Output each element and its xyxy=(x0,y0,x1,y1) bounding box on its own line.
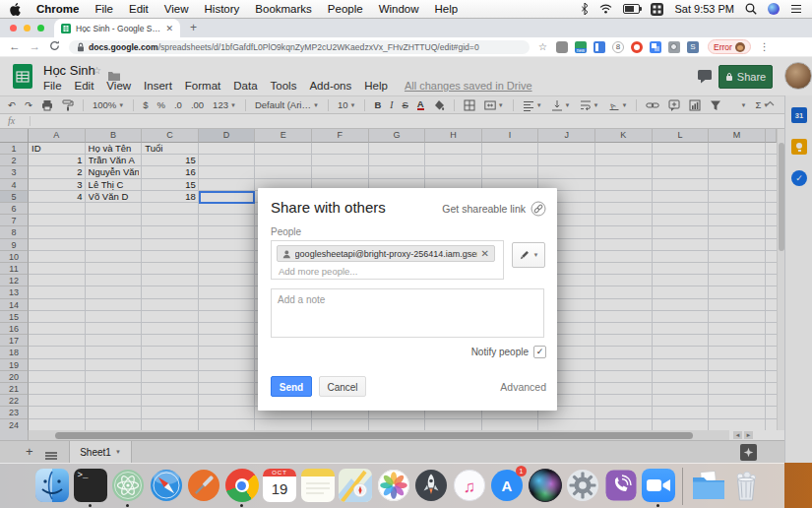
apple-menu-icon[interactable] xyxy=(10,3,21,16)
pencil-icon xyxy=(519,250,530,261)
browser-tab-bar: Học Sinh - Google Sheets ✕ + xyxy=(0,19,812,37)
calendar-dock-icon[interactable]: OCT19 xyxy=(263,469,296,502)
forward-button[interactable]: → xyxy=(30,41,41,53)
menubar-menus: ChromeFileEditViewHistoryBookmarksPeople… xyxy=(10,3,458,16)
advanced-link[interactable]: Advanced xyxy=(500,381,546,393)
share-dialog: Share with others Get shareable link Peo… xyxy=(258,188,557,411)
finder-dock-icon[interactable] xyxy=(35,469,69,502)
reader-extension-icon[interactable] xyxy=(593,41,605,53)
menubar-item-help[interactable]: Help xyxy=(435,3,459,15)
person-icon xyxy=(282,249,291,259)
launchpad-dock-icon[interactable] xyxy=(414,469,448,502)
get-link-label: Get shareable link xyxy=(442,203,526,215)
close-window-button[interactable] xyxy=(10,25,17,32)
remove-recipient-icon[interactable]: ✕ xyxy=(481,248,489,259)
downloads-folder-dock-icon[interactable] xyxy=(692,469,725,502)
window-controls xyxy=(10,25,44,32)
bluetooth-icon[interactable] xyxy=(581,3,589,15)
chrome-dock-icon[interactable] xyxy=(225,469,259,502)
monkey-extension-icon xyxy=(735,42,745,52)
atom-dock-icon[interactable] xyxy=(111,469,145,502)
spotlight-icon[interactable] xyxy=(745,3,757,15)
maximize-window-button[interactable] xyxy=(37,25,44,32)
battery-icon[interactable] xyxy=(623,4,640,14)
notify-people-row[interactable]: Notify people ✓ xyxy=(471,346,546,358)
safari-dock-icon[interactable] xyxy=(150,469,183,502)
error-badge[interactable]: Error xyxy=(708,39,751,54)
lock-icon xyxy=(77,38,85,56)
cancel-button[interactable]: Cancel xyxy=(319,376,366,397)
back-button[interactable]: ← xyxy=(9,41,21,53)
people-label: People xyxy=(271,226,301,237)
maps-dock-icon[interactable] xyxy=(339,469,372,502)
menubar-item-people[interactable]: People xyxy=(328,3,363,15)
url-text: docs.google.com/spreadsheets/d/1bfGafdfL… xyxy=(89,42,479,52)
tab-title: Học Sinh - Google Sheets xyxy=(76,24,160,33)
figure-eight-extension-icon[interactable]: 8 xyxy=(612,41,624,53)
menubar-item-chrome[interactable]: Chrome xyxy=(36,3,79,15)
link-icon xyxy=(531,201,546,217)
screen: ChromeFileEditViewHistoryBookmarksPeople… xyxy=(0,0,812,508)
translate-extension-icon[interactable] xyxy=(650,41,661,53)
menubar-item-view[interactable]: View xyxy=(164,3,189,15)
siri-icon[interactable] xyxy=(768,3,780,15)
utility-dock-icon[interactable] xyxy=(187,469,220,502)
add-people-placeholder[interactable]: Add more people... xyxy=(279,266,357,277)
new-tool-extension-icon[interactable]: new xyxy=(575,41,587,53)
menubar-item-edit[interactable]: Edit xyxy=(129,3,149,15)
menubar-clock[interactable]: Sat 9:53 PM xyxy=(674,3,734,15)
menubar-item-history[interactable]: History xyxy=(205,3,240,15)
macos-menubar: ChromeFileEditViewHistoryBookmarksPeople… xyxy=(0,0,812,19)
notes-dock-icon[interactable] xyxy=(301,469,335,502)
minimize-window-button[interactable] xyxy=(24,25,31,32)
wifi-icon[interactable] xyxy=(599,4,612,14)
itunes-dock-icon[interactable]: ♫ xyxy=(453,469,486,502)
browser-toolbar: ← → docs.google.com/spreadsheets/d/1bfGa… xyxy=(0,37,812,57)
svg-text:♫: ♫ xyxy=(463,477,475,496)
people-input-box[interactable]: googlesheetapi@bright-proxy-256414.iam.g… xyxy=(271,240,504,280)
zoom-dock-icon[interactable] xyxy=(642,469,675,502)
browser-menu-icon[interactable]: ⋮ xyxy=(760,41,770,52)
reload-button[interactable] xyxy=(49,40,60,54)
dialog-title: Share with others xyxy=(271,199,386,216)
get-shareable-link[interactable]: Get shareable link xyxy=(442,201,546,217)
permission-dropdown[interactable]: ▼ xyxy=(512,242,545,268)
menubar-status: Sat 9:53 PM xyxy=(581,3,802,16)
browser-tab[interactable]: Học Sinh - Google Sheets ✕ xyxy=(54,19,180,37)
send-button[interactable]: Send xyxy=(271,376,312,397)
s-tool-extension-icon[interactable]: S xyxy=(687,41,699,53)
error-badge-label: Error xyxy=(714,42,732,52)
menubar-item-file[interactable]: File xyxy=(94,3,113,15)
system-preferences-dock-icon[interactable] xyxy=(566,469,599,502)
camera-extension-icon[interactable] xyxy=(668,41,680,53)
sheets-favicon xyxy=(61,20,71,37)
tab-close-icon[interactable]: ✕ xyxy=(165,24,173,33)
macos-dock: >_OCT19♫A1 xyxy=(0,463,812,508)
viber-dock-icon[interactable] xyxy=(604,469,638,502)
recipient-email: googlesheetapi@bright-proxy-256414.iam.g… xyxy=(295,249,477,259)
url-host: docs.google.com xyxy=(89,42,158,52)
photos-dock-icon[interactable] xyxy=(377,469,410,502)
url-path: /spreadsheets/d/1bfGafdfL0PlO9kqnZyMP2cU… xyxy=(158,42,479,52)
menubar-item-bookmarks[interactable]: Bookmarks xyxy=(255,3,312,15)
terminal-dock-icon[interactable]: >_ xyxy=(74,469,107,502)
app-store-dock-icon[interactable]: A1 xyxy=(490,469,524,502)
recipient-chip[interactable]: googlesheetapi@bright-proxy-256414.iam.g… xyxy=(277,245,495,262)
siri-dock-icon[interactable] xyxy=(529,469,562,502)
permission-caret-icon: ▼ xyxy=(533,252,539,258)
notification-center-icon[interactable] xyxy=(790,4,802,14)
dock-shelf: >_OCT19♫A1 xyxy=(0,463,784,508)
trash-dock-icon[interactable] xyxy=(729,469,763,502)
input-source-icon[interactable] xyxy=(651,3,663,16)
svg-text:A: A xyxy=(502,477,513,494)
speech-bubble-extension-icon[interactable] xyxy=(556,41,568,53)
address-bar[interactable]: docs.google.com/spreadsheets/d/1bfGafdfL… xyxy=(69,40,530,54)
new-tab-button[interactable]: + xyxy=(190,21,197,34)
menubar-item-window[interactable]: Window xyxy=(379,3,419,15)
dock-divider xyxy=(682,468,683,505)
opera-extension-icon[interactable] xyxy=(631,41,643,53)
bookmark-star-icon[interactable]: ☆ xyxy=(538,41,547,52)
extensions-row: new8S xyxy=(556,41,699,53)
notify-checkbox[interactable]: ✓ xyxy=(533,346,546,358)
note-field[interactable]: Add a note xyxy=(271,288,544,338)
